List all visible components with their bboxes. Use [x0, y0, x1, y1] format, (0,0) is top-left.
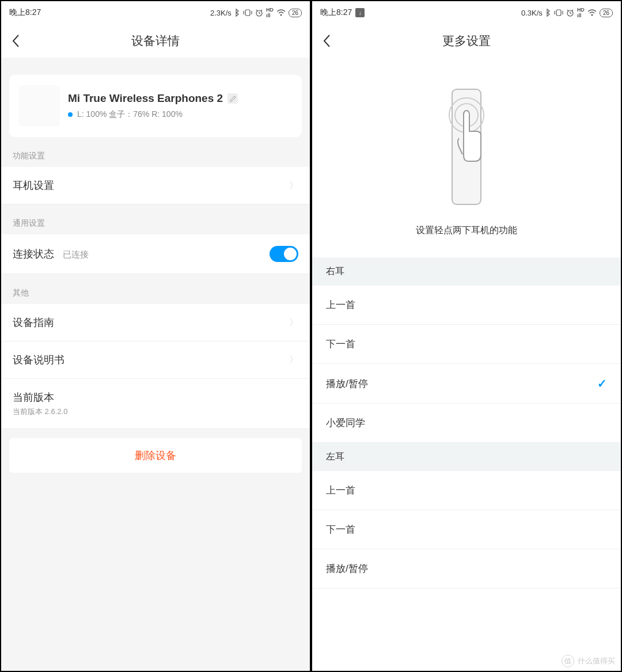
- section-other: 其他: [1, 274, 310, 304]
- network-speed: 2.3K/s: [210, 9, 232, 17]
- section-general: 通用设置: [1, 204, 310, 234]
- wifi-icon: [276, 9, 286, 16]
- chevron-right-icon: 〉: [289, 354, 298, 366]
- chevron-right-icon: 〉: [289, 180, 298, 192]
- right-ear-header: 右耳: [312, 257, 621, 286]
- edit-icon[interactable]: [227, 93, 238, 104]
- option-prev-left[interactable]: 上一首: [312, 471, 621, 510]
- left-screen: 晚上8:27 2.3K/s HDıll 26 设备详情: [0, 0, 311, 672]
- status-icons: 0.3K/s HDıll 26: [521, 7, 613, 18]
- download-icon: ↓: [355, 8, 365, 17]
- instruction-caption: 设置轻点两下耳机的功能: [312, 225, 621, 237]
- wifi-icon: [587, 9, 597, 16]
- earphone-settings-item[interactable]: 耳机设置 〉: [1, 167, 310, 204]
- back-button[interactable]: [12, 34, 20, 48]
- hd-signal-icon: HDıll: [577, 7, 585, 18]
- status-bar: 晚上8:27 2.3K/s HDıll 26: [1, 1, 310, 24]
- chevron-right-icon: 〉: [289, 317, 298, 329]
- bluetooth-icon: [234, 9, 240, 17]
- back-button[interactable]: [323, 34, 331, 48]
- option-playpause-left[interactable]: 播放/暂停: [312, 549, 621, 589]
- tap-illustration: [312, 86, 621, 207]
- svg-rect-7: [556, 10, 561, 16]
- status-icons: 2.3K/s HDıll 26: [210, 7, 302, 18]
- alarm-icon: [566, 9, 574, 17]
- option-prev-right[interactable]: 上一首: [312, 286, 621, 325]
- option-next-right[interactable]: 下一首: [312, 325, 621, 364]
- svg-line-11: [567, 10, 568, 11]
- device-manual-item[interactable]: 设备说明书 〉: [1, 341, 310, 379]
- status-dot-icon: [68, 112, 73, 117]
- device-image: [18, 85, 60, 127]
- left-ear-header: 左耳: [312, 443, 621, 471]
- hd-signal-icon: HDıll: [266, 7, 274, 18]
- device-name: Mi True Wireless Earphones 2: [68, 92, 223, 105]
- section-function: 功能设置: [1, 137, 310, 167]
- vibrate-icon: [243, 9, 252, 16]
- page-title: 更多设置: [312, 33, 621, 49]
- version-item[interactable]: 当前版本 当前版本 2.6.2.0: [1, 379, 310, 429]
- svg-point-6: [280, 14, 282, 16]
- delete-device-button[interactable]: 删除设备: [9, 438, 302, 473]
- status-time: 晚上8:27: [320, 7, 352, 18]
- svg-rect-0: [245, 10, 250, 16]
- device-guide-item[interactable]: 设备指南 〉: [1, 304, 310, 341]
- watermark-icon: 值: [562, 655, 574, 667]
- battery-icon: 26: [289, 9, 302, 17]
- connection-toggle[interactable]: [270, 246, 298, 262]
- nav-bar: 更多设置: [312, 24, 621, 58]
- page-title: 设备详情: [1, 33, 310, 49]
- check-icon: ✓: [597, 377, 607, 390]
- nav-bar: 设备详情: [1, 24, 310, 58]
- watermark: 值 什么值得买: [562, 655, 615, 667]
- svg-line-12: [572, 10, 573, 11]
- status-bar: 晚上8:27 ↓ 0.3K/s HDıll 26: [312, 1, 621, 24]
- device-card: Mi True Wireless Earphones 2 L: 100% 盒子：…: [9, 75, 302, 137]
- battery-status: L: 100% 盒子：76% R: 100%: [77, 109, 183, 120]
- option-xiaoai-right[interactable]: 小爱同学: [312, 404, 621, 443]
- svg-line-5: [261, 10, 262, 11]
- bluetooth-icon: [545, 9, 551, 17]
- status-time: 晚上8:27: [9, 7, 41, 18]
- option-next-left[interactable]: 下一首: [312, 510, 621, 549]
- svg-line-4: [256, 10, 257, 11]
- vibrate-icon: [554, 9, 563, 16]
- svg-point-13: [591, 14, 593, 16]
- connection-status-item[interactable]: 连接状态 已连接: [1, 234, 310, 274]
- alarm-icon: [255, 9, 263, 17]
- battery-icon: 26: [600, 9, 613, 17]
- right-screen: 晚上8:27 ↓ 0.3K/s HDıll 26 更多设置: [311, 0, 622, 672]
- option-playpause-right[interactable]: 播放/暂停 ✓: [312, 364, 621, 404]
- network-speed: 0.3K/s: [521, 9, 543, 17]
